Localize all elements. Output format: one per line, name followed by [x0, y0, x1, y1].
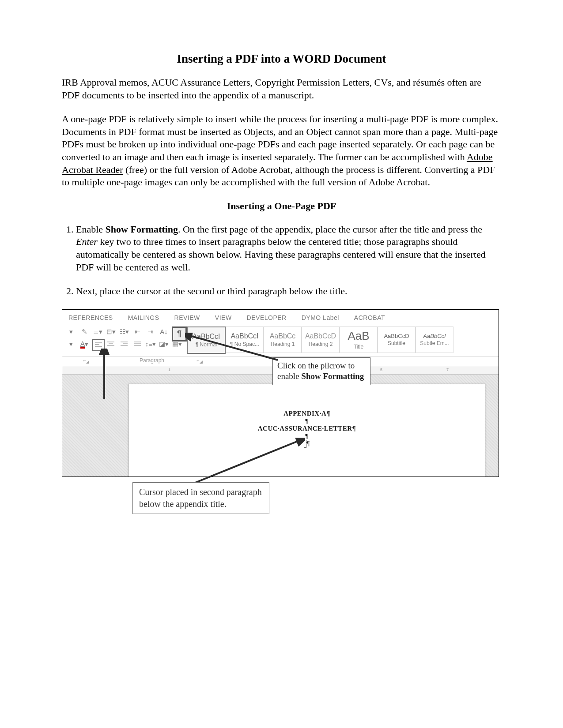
style-name: Subtitle: [388, 340, 405, 346]
document-content: APPENDIX·A¶ ¶ ACUC·ASSURANCE·LETTER¶ ¶ ¶: [129, 384, 485, 448]
step1-ital: Enter: [76, 236, 98, 247]
style-name: Heading 2: [309, 341, 333, 347]
ruler-mark: 5: [380, 368, 382, 372]
step-1: Enable Show Formatting. On the first pag…: [76, 223, 501, 274]
decrease-indent-icon[interactable]: ⇤: [132, 326, 143, 337]
doc-line-2: ACUC·ASSURANCE·LETTER¶: [129, 425, 485, 432]
ribbon-body: ▾ ✎ ≣▾ ⊟▾ ☷▾ ⇤ ⇥ A↓ ¶ ▾ A▾: [62, 324, 499, 356]
font-color-icon[interactable]: A▾: [79, 339, 90, 349]
step1-rest2: key two to three times to insert paragra…: [76, 236, 486, 272]
tab-dymo[interactable]: DYMO Label: [302, 314, 339, 321]
tab-references[interactable]: REFERENCES: [68, 314, 113, 321]
style-subtitle[interactable]: AaBbCcDSubtitle: [378, 326, 416, 353]
style-preview: AaBbCcI: [192, 333, 220, 341]
multilevel-icon[interactable]: ☷▾: [119, 326, 129, 337]
bullets-icon[interactable]: ≣▾: [92, 326, 103, 337]
font-paragraph-group: ▾ ✎ ≣▾ ⊟▾ ☷▾ ⇤ ⇥ A↓ ¶ ▾ A▾: [66, 326, 182, 355]
style-name: Title: [354, 344, 363, 350]
dropdown2-icon[interactable]: ▾: [66, 339, 76, 349]
justify-icon[interactable]: [132, 339, 143, 349]
style-nospacing[interactable]: AaBbCcI¶ No Spac...: [226, 326, 264, 353]
style-preview: AaB: [348, 329, 369, 343]
steps-list: Enable Show Formatting. On the first pag…: [62, 223, 501, 298]
align-right-icon[interactable]: [119, 339, 129, 349]
style-title[interactable]: AaBTitle: [340, 326, 378, 353]
tab-mailings[interactable]: MAILINGS: [128, 314, 159, 321]
increase-indent-icon[interactable]: ⇥: [145, 326, 156, 337]
dropdown-icon[interactable]: ▾: [66, 326, 76, 337]
doc-pilcrow-1: ¶: [129, 417, 485, 425]
para2-b: (free) or the full version of Adobe Acro…: [62, 164, 495, 188]
style-preview: AaBbCcD: [305, 332, 336, 340]
callout1-line2a: enable: [277, 372, 301, 381]
ruler-mark: 7: [446, 368, 449, 372]
callout-cursor: Cursor placed in second paragraph below …: [132, 482, 269, 514]
section-heading: Inserting a One-Page PDF: [62, 200, 501, 212]
para2-a: A one-page PDF is relatively simple to i…: [62, 113, 498, 162]
style-name: ¶ Normal: [196, 341, 217, 348]
style-heading1[interactable]: AaBbCcHeading 1: [264, 326, 302, 353]
style-preview: AaBbCcD: [384, 333, 409, 339]
intro-paragraph-1: IRB Approval memos, ACUC Assurance Lette…: [62, 76, 501, 101]
step1-lead: Enable: [76, 224, 106, 235]
format-painter-icon[interactable]: ✎: [79, 326, 90, 337]
step-2: Next, place the cursor at the second or …: [76, 285, 501, 298]
figure-container: REFERENCES MAILINGS REVIEW VIEW DEVELOPE…: [62, 309, 501, 525]
style-name: ¶ No Spac...: [230, 341, 259, 347]
ruler-mark: 1: [168, 368, 170, 372]
style-preview: AaBbCc: [270, 332, 296, 340]
border-icon[interactable]: ▦▾: [172, 339, 182, 349]
style-heading2[interactable]: AaBbCcDHeading 2: [302, 326, 340, 353]
align-center-icon[interactable]: [106, 339, 116, 349]
page: APPENDIX·A¶ ¶ ACUC·ASSURANCE·LETTER¶ ¶ ¶: [128, 384, 485, 477]
styles-gallery: AaBbCcI¶ Normal AaBbCcI¶ No Spac... AaBb…: [187, 326, 453, 355]
step1-rest: . On the first page of the appendix, pla…: [178, 224, 482, 235]
style-name: Subtle Em...: [420, 340, 449, 346]
shading-icon[interactable]: ◪▾: [159, 339, 169, 349]
tab-review[interactable]: REVIEW: [174, 314, 200, 321]
style-subtleem[interactable]: AaBbCcISubtle Em...: [416, 326, 453, 353]
ribbon-tabs: REFERENCES MAILINGS REVIEW VIEW DEVELOPE…: [62, 310, 499, 324]
sort-icon[interactable]: A↓: [159, 326, 169, 337]
tab-developer[interactable]: DEVELOPER: [247, 314, 287, 321]
style-preview: AaBbCcI: [423, 333, 446, 339]
step1-bold: Show Formatting: [106, 224, 178, 235]
tab-view[interactable]: VIEW: [215, 314, 232, 321]
style-preview: AaBbCcI: [230, 332, 258, 340]
doc-pilcrow-2: ¶: [129, 432, 485, 440]
callout1-line1: Click on the pilcrow to: [277, 361, 355, 370]
tab-acrobat[interactable]: ACROBAT: [354, 314, 385, 321]
callout1-bold: Show Formatting: [301, 372, 364, 381]
doc-pilcrow-3: ¶: [306, 440, 310, 447]
style-normal[interactable]: AaBbCcI¶ Normal: [187, 326, 226, 354]
page-title: Inserting a PDF into a WORD Document: [62, 52, 501, 66]
cursor-line: ¶: [129, 440, 485, 448]
line-spacing-icon[interactable]: ↕≡▾: [145, 339, 156, 349]
word-screenshot: REFERENCES MAILINGS REVIEW VIEW DEVELOPE…: [62, 309, 499, 477]
numbering-icon[interactable]: ⊟▾: [106, 326, 116, 337]
align-left-icon[interactable]: [92, 339, 105, 351]
intro-paragraph-2: A one-page PDF is relatively simple to i…: [62, 113, 501, 189]
style-name: Heading 1: [271, 341, 295, 347]
callout-pilcrow: Click on the pilcrow to enable Show Form…: [272, 357, 370, 385]
group-paragraph-label: Paragraph: [123, 357, 181, 364]
doc-line-1: APPENDIX·A¶: [129, 410, 485, 417]
